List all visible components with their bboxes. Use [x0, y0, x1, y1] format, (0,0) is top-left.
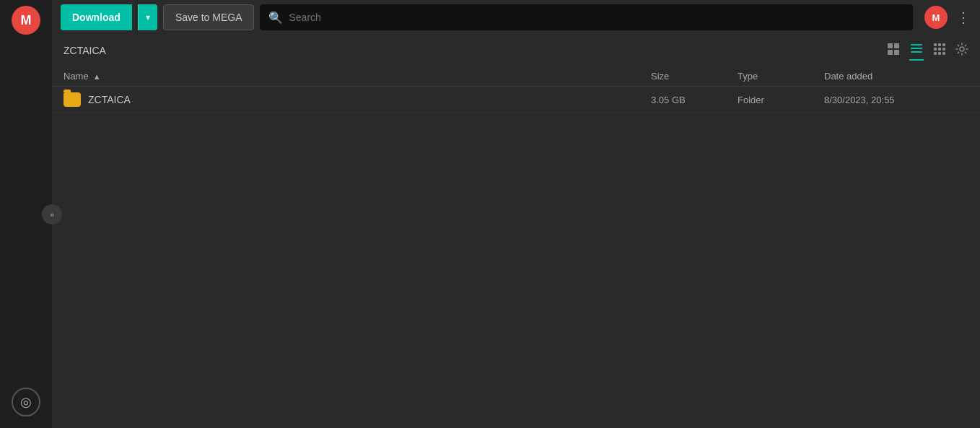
svg-point-16 [960, 47, 964, 51]
view-controls [886, 41, 968, 61]
search-input[interactable] [289, 12, 904, 23]
svg-rect-0 [888, 43, 893, 48]
list-view-button[interactable] [909, 41, 924, 61]
header-right: M ⋮ [924, 6, 971, 29]
user-avatar[interactable]: M [924, 6, 948, 29]
download-button[interactable]: Download [61, 4, 132, 30]
file-table: Name ▲ Size Type Date added ZCTAICA 3.05… [52, 66, 980, 428]
mega-logo[interactable]: M [12, 6, 40, 35]
name-column-label: Name [64, 71, 89, 82]
column-type: Type [738, 71, 824, 82]
svg-rect-10 [934, 48, 937, 51]
svg-rect-7 [934, 43, 937, 46]
sidebar-bottom-icon[interactable]: ◎ [12, 388, 40, 416]
svg-rect-1 [894, 43, 899, 48]
row-date-cell: 8/30/2023, 20:55 [824, 95, 968, 105]
search-bar: 🔍 [260, 4, 913, 30]
table-row[interactable]: ZCTAICA 3.05 GB Folder 8/30/2023, 20:55 [52, 87, 980, 113]
column-settings-button[interactable] [955, 43, 968, 58]
sidebar-collapse-handle[interactable]: » [42, 204, 62, 224]
grid-view-button[interactable] [932, 42, 947, 60]
table-header: Name ▲ Size Type Date added [52, 66, 980, 87]
folder-icon [64, 92, 81, 107]
svg-rect-13 [934, 52, 937, 55]
chevron-right-icon: » [50, 210, 54, 219]
row-name-cell: ZCTAICA [64, 92, 651, 107]
svg-rect-4 [911, 44, 922, 45]
column-date: Date added [824, 71, 968, 82]
svg-rect-8 [938, 43, 941, 46]
file-name: ZCTAICA [88, 94, 131, 105]
svg-rect-6 [911, 51, 922, 53]
breadcrumb: ZCTAICA [64, 45, 106, 56]
thumbnail-view-button[interactable] [886, 42, 901, 60]
svg-rect-12 [942, 48, 945, 51]
column-size: Size [651, 71, 738, 82]
sidebar: M » ◎ [0, 0, 52, 428]
svg-rect-15 [942, 52, 945, 55]
svg-rect-9 [942, 43, 945, 46]
circle-icon: ◎ [20, 394, 32, 410]
row-type-cell: Folder [738, 95, 824, 105]
svg-rect-11 [938, 48, 941, 51]
svg-rect-2 [888, 50, 893, 55]
main-content: Download ▾ Save to MEGA 🔍 M ⋮ ZCTAICA [52, 0, 980, 428]
mega-logo-letter: M [21, 13, 32, 28]
row-size-cell: 3.05 GB [651, 95, 738, 105]
svg-rect-5 [911, 48, 922, 49]
column-name: Name ▲ [64, 71, 651, 82]
more-options-button[interactable]: ⋮ [956, 9, 971, 26]
svg-rect-14 [938, 52, 941, 55]
sort-icon[interactable]: ▲ [93, 72, 101, 81]
sidebar-bottom: ◎ [12, 388, 40, 416]
breadcrumb-bar: ZCTAICA [52, 35, 980, 66]
download-arrow-button[interactable]: ▾ [138, 4, 157, 30]
header-toolbar: Download ▾ Save to MEGA 🔍 M ⋮ [52, 0, 980, 35]
search-icon: 🔍 [268, 11, 283, 25]
save-to-mega-button[interactable]: Save to MEGA [163, 4, 255, 30]
svg-rect-3 [894, 50, 899, 55]
